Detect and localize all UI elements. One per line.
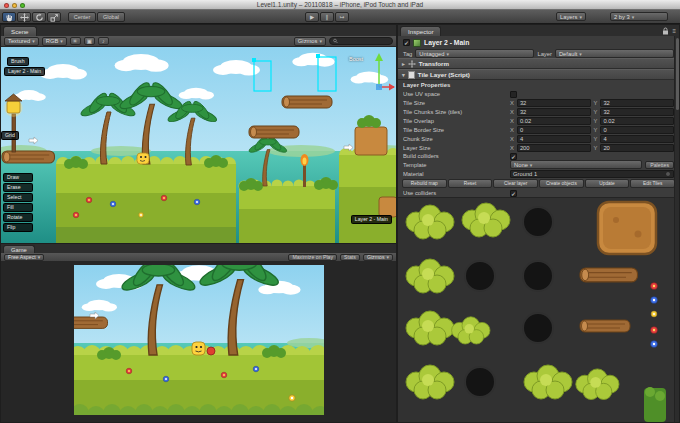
use-colliders-checkbox[interactable]: ✓ (510, 190, 517, 197)
pivot-label: Center (74, 14, 91, 20)
scale-icon (50, 13, 59, 22)
inspector-scrollbar[interactable] (674, 36, 679, 422)
brush-chip[interactable]: Brush (7, 57, 29, 66)
reset-button[interactable]: Reset (448, 179, 493, 188)
scene-search[interactable] (329, 37, 393, 45)
rebuild-map-button[interactable]: Rebuild map (402, 179, 447, 188)
render-channel-dropdown[interactable]: RGB (42, 37, 67, 46)
space-toggle[interactable]: Global (97, 12, 125, 22)
shading-mode-dropdown[interactable]: Textured (4, 37, 39, 46)
log-platform[interactable] (2, 151, 54, 163)
flower-red[interactable] (86, 197, 92, 203)
tile-tool-fill[interactable]: Fill (3, 203, 33, 212)
gameobject-icon (413, 39, 421, 47)
tile-layer-title: Tile Layer (Script) (418, 71, 470, 78)
tag-dropdown[interactable]: Untagged (415, 49, 534, 58)
scrollbar-thumb[interactable] (676, 38, 680, 110)
edit-tiles-button[interactable]: Edit Tiles (630, 179, 675, 188)
material-object-field[interactable]: Ground 1 (510, 170, 674, 178)
lighting-toggle[interactable]: ☀ (70, 37, 81, 45)
tab-game[interactable]: Game (3, 245, 35, 253)
tile-layer-component-header[interactable]: ▾ Tile Layer (Script) (398, 69, 679, 80)
player-sprite[interactable] (137, 153, 149, 164)
maximize-on-play-button[interactable]: Maximize on Play (288, 254, 337, 261)
stats-button[interactable]: Stats (340, 254, 360, 261)
step-button[interactable]: ↦ (335, 12, 349, 22)
pivot-toggle[interactable]: Center (68, 12, 96, 22)
tile-tool-rotate[interactable]: Rotate (3, 213, 33, 222)
tile-size-y-field[interactable]: 32 (600, 99, 674, 107)
transform-component-header[interactable]: ▸ Transform (398, 58, 679, 69)
tile-overlap-y-field[interactable]: 0.02 (600, 117, 674, 125)
layer-size-y-field[interactable]: 20 (600, 144, 674, 152)
use-uv-space-checkbox[interactable] (510, 91, 517, 98)
play-button[interactable]: ▶ (305, 12, 319, 22)
island-small[interactable] (239, 177, 339, 244)
flower-red[interactable] (73, 212, 79, 218)
game-overlay-toggle[interactable]: ▣ (84, 37, 95, 45)
floating-log[interactable] (282, 96, 332, 108)
game-toolbar: Free Aspect Maximize on Play Stats Gizmo… (1, 253, 396, 262)
current-layer-chip[interactable]: Layer 2 - Main (351, 215, 392, 224)
tile-tool-erase[interactable]: Erase (3, 183, 33, 192)
tile-palette[interactable] (398, 198, 669, 422)
transform-title: Transform (419, 60, 449, 67)
pause-button[interactable]: ∥ (320, 12, 334, 22)
audio-toggle[interactable]: ♪ (98, 37, 109, 45)
layers-dropdown[interactable]: Layers (556, 12, 586, 21)
layer-size-x-field[interactable]: 200 (517, 144, 591, 152)
layer-dropdown[interactable]: Default (555, 49, 674, 58)
scene-search-input[interactable] (339, 38, 389, 44)
chunks-size-y-field[interactable]: 32 (600, 108, 674, 116)
tile-overlap-x-field[interactable]: 0.02 (517, 117, 591, 125)
foldout-icon[interactable]: ▾ (402, 72, 405, 78)
foldout-icon[interactable]: ▸ (402, 61, 405, 67)
panel-menu-icon[interactable]: ≡ (672, 28, 676, 34)
scene-gizmos-dropdown[interactable]: Gizmos (294, 37, 326, 46)
scene-viewport[interactable]: Boost Brush Layer 2 - Main Grid Draw Era… (1, 47, 396, 244)
aspect-dropdown[interactable]: Free Aspect (4, 254, 44, 261)
active-layer-chip[interactable]: Layer 2 - Main (4, 67, 45, 76)
floating-log[interactable] (249, 126, 299, 138)
template-dropdown[interactable]: None (510, 160, 642, 169)
sun-icon: ☀ (73, 38, 78, 44)
grid-chip[interactable]: Grid (1, 131, 19, 140)
tile-size-x-field[interactable]: 32 (517, 99, 591, 107)
tab-scene[interactable]: Scene (3, 26, 37, 36)
game-gizmos-dropdown[interactable]: Gizmos (363, 254, 393, 261)
gameobject-name[interactable]: Layer 2 - Main (424, 39, 469, 46)
tab-inspector[interactable]: Inspector (400, 26, 441, 36)
active-checkbox[interactable]: ✓ (403, 39, 410, 46)
vector-row-layer-size: Layer Size X 200 Y 20 (398, 143, 679, 152)
update-button[interactable]: Update (585, 179, 630, 188)
layout-dropdown-label: 2 by 3 (614, 14, 630, 20)
object-picker-icon[interactable] (665, 171, 671, 177)
border-size-y-field[interactable]: 0 (600, 126, 674, 134)
transform-icon (408, 60, 416, 68)
build-colliders-checkbox[interactable]: ✓ (510, 153, 517, 160)
lock-icon[interactable] (662, 27, 669, 35)
scale-tool-button[interactable] (47, 12, 61, 22)
chunk-size-x-field[interactable]: 4 (517, 135, 591, 143)
border-size-x-field[interactable]: 0 (517, 126, 591, 134)
island-main[interactable] (56, 155, 236, 244)
flower-blue[interactable] (194, 199, 200, 205)
flower-yellow[interactable] (139, 213, 144, 218)
vector-row-border-size: Tile Border Size X 0 Y 0 (398, 125, 679, 134)
flower-red[interactable] (161, 195, 167, 201)
chunk-size-y-field[interactable]: 4 (600, 135, 674, 143)
unity-editor-window: { "window": { "title": "Level1.1.unity –… (0, 0, 680, 423)
tile-tool-select[interactable]: Select (3, 193, 33, 202)
palettes-button[interactable]: Palettes (645, 161, 674, 169)
move-tool-button[interactable] (17, 12, 31, 22)
layout-dropdown[interactable]: 2 by 3 (610, 12, 668, 21)
vector-row-tile-size: Tile Size X 32 Y 32 (398, 98, 679, 107)
create-objects-button[interactable]: Create objects (539, 179, 584, 188)
rotate-tool-button[interactable] (32, 12, 46, 22)
clear-layer-button[interactable]: Clear layer (493, 179, 538, 188)
hand-tool-button[interactable] (2, 12, 16, 22)
chunks-size-x-field[interactable]: 32 (517, 108, 591, 116)
tile-tool-draw[interactable]: Draw (3, 173, 33, 182)
tile-tool-flip[interactable]: Flip (3, 223, 33, 232)
flower-blue[interactable] (110, 201, 116, 207)
